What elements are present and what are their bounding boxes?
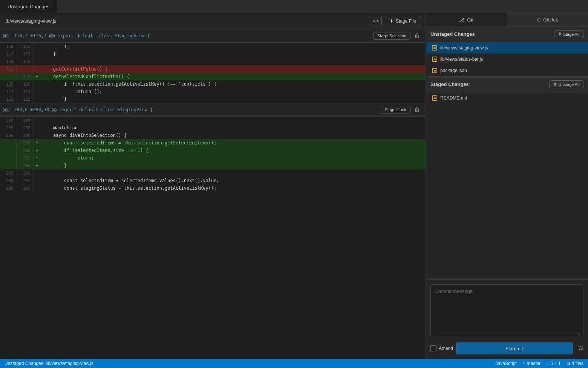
amend-label: Amend [439, 346, 453, 351]
stage-file-button[interactable]: ⬇ Stage File [385, 16, 421, 26]
line-num-old [0, 147, 17, 154]
tab-github[interactable]: ⊙ GitHub [507, 13, 588, 26]
stage-selection-button[interactable]: Stage Selection [373, 32, 410, 40]
line-num-new: 291 [17, 169, 34, 177]
table-row: 120120 if (this.selection.getActiveListK… [0, 80, 426, 88]
commit-count: 72 [576, 346, 583, 351]
line-num-new: 289 [17, 154, 34, 162]
status-language[interactable]: JavaScript [496, 361, 517, 366]
status-branch[interactable]: ⑂ master [523, 361, 541, 366]
line-content: const selectedItem = selectedItems.value… [40, 177, 426, 184]
commit-button[interactable]: Commit [456, 342, 573, 354]
tab-unstaged[interactable]: Unstaged Changes [0, 0, 57, 13]
file-path: lib/views/staging-view.js [5, 18, 367, 24]
status-files[interactable]: ⧉ 4 files [567, 361, 583, 366]
table-row: 284284 [0, 117, 426, 124]
files-icon: ⧉ [567, 361, 570, 366]
hunk2-header: @@ -284,6 +284,10 @@ export default clas… [0, 103, 426, 117]
stage-all-icon: ⬇ [558, 32, 562, 37]
line-num-old: 286 [0, 132, 17, 139]
unstaged-file-item[interactable]: package.json [426, 65, 588, 76]
line-marker [34, 124, 40, 132]
line-num-new: 120 [17, 80, 34, 88]
line-marker: + [34, 154, 40, 162]
file-modified-icon [432, 95, 437, 101]
line-num-old: 116 [0, 43, 17, 50]
unstaged-file-item[interactable]: lib/views/staging-view.js [426, 42, 588, 54]
top-tabs: Unstaged Changes [0, 0, 588, 13]
unstaged-file-item[interactable]: lib/views/status-bar.js [426, 54, 588, 65]
resize-handle-icon: ⤡ [577, 331, 581, 337]
staged-header: Staged Changes ⬆ Unstage All [426, 77, 588, 92]
line-content: if (selectedItems.size !== 1) { [40, 147, 426, 154]
line-content [40, 117, 426, 124]
sections-wrapper: Unstaged Changes ⬇ Stage All lib/views/s… [426, 26, 588, 279]
line-marker [34, 43, 40, 50]
main-layout: lib/views/staging-view.js <> ⬇ Stage Fil… [0, 13, 588, 359]
github-icon: ⊙ [537, 17, 541, 23]
line-num-old [0, 73, 17, 80]
hunk2-info: @@ -284,6 +284,10 @@ export default clas… [3, 107, 381, 112]
line-marker [34, 117, 40, 124]
staged-title: Staged Changes [430, 81, 549, 87]
file-modified-icon [432, 45, 437, 51]
line-content: return []; [40, 88, 426, 95]
line-marker: + [34, 162, 40, 169]
stage-all-button[interactable]: ⬇ Stage All [554, 30, 583, 38]
line-num-old: 121 [0, 88, 17, 95]
right-panel: ⎇ Git ⊙ GitHub Unstaged Changes ⬇ Stage … [426, 13, 588, 359]
git-icon: ⎇ [459, 17, 465, 23]
line-content: ); [40, 43, 426, 50]
line-marker [34, 80, 40, 88]
tab-git[interactable]: ⎇ Git [426, 13, 507, 26]
file-name: README.md [440, 95, 467, 101]
hunk1-info: @@ -116,7 +116,7 @@ export default class… [3, 33, 373, 38]
unstage-all-button[interactable]: ⬆ Unstage All [549, 80, 583, 88]
table-row: 122122 } [0, 95, 426, 103]
diff-panel: lib/views/staging-view.js <> ⬇ Stage Fil… [0, 13, 426, 359]
status-commits[interactable]: ↓ 5 ↑ 1 [547, 361, 560, 366]
line-content: } [40, 95, 426, 103]
line-marker [34, 95, 40, 103]
file-modified-icon [432, 57, 437, 62]
table-row: 288292 const selectedItem = selectedItem… [0, 177, 426, 184]
table-row: 287291 [0, 169, 426, 177]
line-marker [34, 177, 40, 184]
line-num-new: 118 [17, 58, 34, 65]
line-num-old: 285 [0, 124, 17, 132]
line-content: const selectedItems = this.selection.get… [40, 139, 426, 147]
arrow-up-icon: ↑ [554, 361, 557, 366]
line-content [40, 169, 426, 177]
line-content: async diveIntoSelection() { [40, 132, 426, 139]
line-num-old: 289 [0, 184, 17, 192]
line-num-old [0, 139, 17, 147]
amend-checkbox[interactable]: Amend [430, 345, 453, 351]
hunk2-discard-button[interactable]: 🗑 [412, 105, 423, 114]
download-icon: ⬇ [390, 18, 394, 24]
staged-file-item[interactable]: README.md [426, 92, 588, 104]
line-num-new: 117 [17, 50, 34, 58]
line-content: getConflictPaths() { [40, 65, 426, 73]
line-num-new: 122 [17, 95, 34, 103]
line-marker [34, 50, 40, 58]
file-name: package.json [440, 68, 467, 73]
hunk1-discard-button[interactable]: 🗑 [412, 31, 423, 40]
diff-content[interactable]: @@ -116,7 +116,7 @@ export default class… [0, 29, 426, 359]
unstaged-section: Unstaged Changes ⬇ Stage All lib/views/s… [426, 26, 588, 77]
status-right: JavaScript ⑂ master ↓ 5 ↑ 1 ⧉ 4 files [496, 361, 583, 366]
line-content [40, 58, 426, 65]
line-marker: + [34, 139, 40, 147]
file-modified-icon [432, 68, 437, 73]
line-num-new: 284 [17, 117, 34, 124]
stage-hunk-button[interactable]: Stage Hunk [381, 106, 410, 113]
commit-message-input[interactable] [430, 284, 583, 337]
unstage-all-icon: ⬆ [553, 82, 557, 87]
code-toggle-button[interactable]: <> [370, 16, 382, 26]
line-num-old: 287 [0, 169, 17, 177]
amend-checkbox-input[interactable] [430, 345, 436, 351]
unstaged-header: Unstaged Changes ⬇ Stage All [426, 26, 588, 42]
table-row: 117117 } [0, 50, 426, 58]
line-marker: + [34, 73, 40, 80]
line-num-old: 122 [0, 95, 17, 103]
line-marker: - [34, 65, 40, 73]
